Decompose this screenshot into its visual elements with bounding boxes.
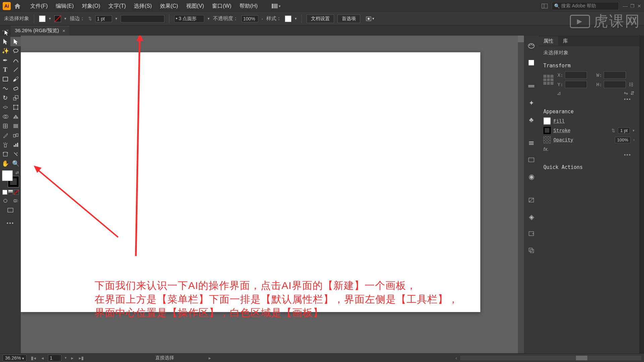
free-transform-tool[interactable]	[10, 103, 21, 112]
h-field[interactable]	[604, 81, 626, 88]
variable-width-field[interactable]	[121, 15, 164, 22]
asset-export-panel-icon[interactable]	[527, 229, 536, 238]
layers-panel-icon[interactable]: ◈	[527, 213, 536, 221]
eraser-tool[interactable]	[10, 84, 21, 93]
last-artboard-icon[interactable]: ▸▮	[78, 355, 85, 361]
properties-tab[interactable]: 属性	[539, 37, 558, 46]
mesh-tool[interactable]	[0, 121, 10, 131]
scale-tool[interactable]	[10, 93, 21, 103]
w-field[interactable]	[604, 71, 626, 79]
panel-collapse-bar[interactable]	[639, 36, 644, 353]
transform-panel-icon[interactable]	[527, 156, 536, 164]
appearance-panel-icon[interactable]: ◉	[527, 172, 536, 181]
edit-toolbar-icon[interactable]: •••	[0, 220, 21, 226]
lasso-tool[interactable]	[10, 46, 21, 56]
stroke-panel-icon[interactable]: ♣	[527, 115, 536, 124]
graphic-styles-panel-icon[interactable]	[527, 196, 536, 204]
width-tool[interactable]	[0, 103, 10, 112]
opacity-field[interactable]: 100%	[241, 15, 258, 22]
search-box[interactable]: 🔍 搜索 Adobe 帮助	[552, 2, 619, 10]
opacity-expand-icon[interactable]: ›	[262, 17, 263, 21]
menu-help[interactable]: 帮助(H)	[235, 1, 262, 11]
opacity-label-prop[interactable]: Opacity	[553, 137, 573, 142]
y-field[interactable]	[565, 81, 587, 88]
stepper-icon[interactable]: ⇅	[611, 128, 615, 133]
rectangle-tool[interactable]	[0, 74, 10, 84]
prev-artboard-icon[interactable]: ◂	[40, 355, 45, 361]
menu-type[interactable]: 文字(T)	[104, 1, 130, 11]
reference-point[interactable]	[543, 75, 553, 85]
first-artboard-icon[interactable]: ▮◂	[30, 355, 37, 361]
scrollbar-thumb[interactable]	[576, 356, 587, 360]
swatches-panel-icon[interactable]	[527, 58, 536, 67]
gradient-tool[interactable]	[10, 121, 21, 131]
slice-tool[interactable]	[10, 149, 21, 159]
brushes-panel-icon[interactable]	[527, 82, 536, 90]
column-graph-tool[interactable]	[10, 140, 21, 149]
fill-dropdown-icon[interactable]: ▾	[49, 16, 51, 21]
menu-object[interactable]: 对象(O)	[78, 1, 104, 11]
shape-builder-tool[interactable]	[0, 112, 10, 121]
preferences-button[interactable]: 首选项	[337, 14, 360, 23]
artboard-dropdown-icon[interactable]: ▾	[65, 356, 67, 360]
fill-label[interactable]: Fill	[553, 118, 565, 124]
color-mode-normal[interactable]	[2, 190, 7, 195]
magic-wand-tool[interactable]: ✨	[0, 46, 10, 56]
vertical-scrollbar[interactable]	[518, 36, 524, 353]
flip-v-icon[interactable]: ⇵	[630, 90, 635, 96]
eyedropper-tool[interactable]	[0, 131, 10, 140]
window-restore-icon[interactable]: ❐	[630, 3, 635, 9]
hand-tool[interactable]: ✋	[0, 159, 10, 168]
more-options-icon[interactable]: •••	[543, 96, 635, 102]
opacity-val-prop[interactable]: 100%	[615, 137, 631, 143]
menu-select[interactable]: 选择(S)	[130, 1, 156, 11]
swap-fill-stroke-icon[interactable]: ⇄	[15, 170, 19, 175]
horizontal-scrollbar[interactable]: ‹ ›	[460, 356, 641, 360]
stroke-swatch[interactable]	[54, 15, 61, 22]
tab-close-left-icon[interactable]: ×	[6, 28, 9, 33]
menu-view[interactable]: 视图(V)	[182, 1, 208, 11]
stroke-label-prop[interactable]: Stroke	[553, 128, 571, 133]
brush-dropdown-icon[interactable]: ▾	[208, 16, 210, 21]
document-tab[interactable]: 36.26% (RGB/预览) ×	[11, 26, 69, 35]
menu-edit[interactable]: 编辑(E)	[52, 1, 77, 11]
stroke-dropdown-icon[interactable]: ▾	[633, 128, 635, 133]
opacity-swatch-prop[interactable]	[543, 136, 551, 143]
status-play-icon[interactable]: ▸	[208, 355, 212, 361]
link-wh-icon[interactable]: ⛓	[629, 82, 635, 87]
stroke-dropdown-icon[interactable]: ▾	[64, 16, 66, 21]
symbols-panel-icon[interactable]: ✦	[527, 99, 536, 107]
fill-color-box[interactable]	[2, 170, 13, 181]
artboard-tool[interactable]	[0, 149, 10, 159]
shaper-tool[interactable]	[0, 84, 10, 93]
artboard-number-field[interactable]: 1	[48, 355, 61, 361]
artboards-panel-icon[interactable]	[527, 246, 536, 255]
style-dropdown-icon[interactable]: ▾	[295, 16, 297, 21]
symbol-sprayer-tool[interactable]	[0, 140, 10, 149]
stroke-weight-dropdown-icon[interactable]: ▾	[115, 16, 117, 21]
artboard[interactable]	[21, 52, 480, 312]
align-to-icon[interactable]: ▾	[366, 16, 374, 21]
blend-tool[interactable]	[10, 131, 21, 140]
close-tab-icon[interactable]: ×	[62, 28, 65, 34]
scrollbar-thumb[interactable]	[518, 36, 524, 42]
draw-mode-normal[interactable]	[0, 196, 10, 205]
home-icon[interactable]	[14, 3, 21, 9]
color-panel-icon[interactable]	[527, 42, 536, 50]
style-swatch[interactable]	[285, 15, 291, 22]
selection-tool[interactable]	[0, 37, 10, 46]
libraries-tab[interactable]: 库	[558, 37, 573, 46]
pen-tool[interactable]: ✒	[0, 56, 10, 65]
scroll-left-icon[interactable]: ‹	[455, 355, 457, 361]
color-mode-none[interactable]	[14, 190, 19, 195]
paintbrush-tool[interactable]: 🖌	[10, 74, 21, 84]
screen-mode-button[interactable]	[0, 205, 21, 215]
window-minimize-icon[interactable]: —	[623, 3, 628, 9]
type-tool[interactable]: T	[0, 65, 10, 74]
stroke-swatch-prop[interactable]	[543, 127, 551, 134]
fill-swatch[interactable]	[39, 15, 46, 22]
x-field[interactable]	[565, 71, 587, 79]
curvature-tool[interactable]	[10, 56, 21, 65]
stepper-icon[interactable]: ⇅	[88, 16, 92, 21]
color-mode-gradient[interactable]	[8, 190, 13, 195]
